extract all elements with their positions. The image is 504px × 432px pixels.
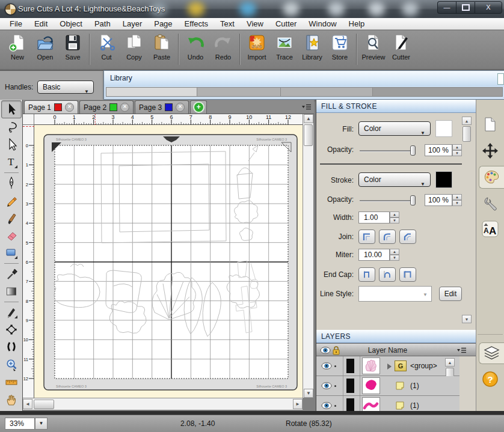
vertical-scroll-thumb[interactable] — [304, 124, 313, 146]
brush-tool[interactable] — [2, 210, 21, 227]
tab-page-3[interactable]: Page 3 ✕ — [135, 100, 189, 114]
save-button[interactable]: Save — [59, 34, 87, 61]
maximize-button[interactable] — [456, 1, 475, 14]
layer-visibility-icon[interactable] — [321, 382, 332, 389]
eraser-tool[interactable] — [2, 227, 21, 244]
stepper-down-icon[interactable]: ▼ — [390, 255, 399, 261]
stroke-opacity-slider-handle[interactable] — [410, 195, 416, 205]
fill-opacity-stepper[interactable]: ▲▼ — [452, 144, 462, 156]
menu-cutter[interactable]: Cutter — [269, 19, 303, 28]
scroll-down-icon[interactable]: ▼ — [304, 389, 313, 398]
stroke-opacity-slider[interactable] — [360, 200, 415, 202]
preview-button[interactable]: Preview — [360, 34, 387, 61]
fill-opacity-value[interactable]: 100 % — [425, 144, 452, 156]
close-button[interactable]: X — [475, 1, 502, 14]
library-button[interactable]: Library — [298, 34, 326, 61]
knife-tool[interactable] — [2, 304, 21, 321]
stepper-down-icon[interactable]: ▼ — [390, 218, 399, 224]
eyedropper-tool[interactable] — [2, 266, 21, 282]
library-toolbar-segment[interactable] — [280, 88, 373, 96]
cap-square-button[interactable] — [399, 267, 416, 282]
tab-position-size[interactable] — [480, 141, 500, 161]
page-color-swatch[interactable] — [109, 103, 117, 111]
line-style-dropdown[interactable]: ▼ — [358, 286, 432, 302]
horizontal-scroll-thumb[interactable] — [34, 400, 54, 409]
vertical-scrollbar[interactable]: ▲ ▼ — [303, 114, 313, 398]
tab-fill-stroke[interactable] — [479, 166, 504, 189]
pan-tool[interactable] — [2, 391, 21, 408]
layers-scroll-up-icon[interactable]: ▲ — [445, 358, 455, 367]
menu-layer[interactable]: Layer — [117, 19, 149, 28]
layer-color-bar[interactable] — [346, 379, 354, 393]
stroke-type-dropdown[interactable]: Color▼ — [358, 172, 431, 187]
menu-page[interactable]: Page — [148, 19, 178, 28]
join-miter-button[interactable] — [358, 230, 375, 244]
handles-dropdown[interactable]: Basic▼ — [37, 81, 94, 94]
fill-color-swatch[interactable] — [435, 120, 452, 137]
join-round-button[interactable] — [379, 230, 396, 244]
miter-stepper[interactable]: ▲▼ — [390, 249, 399, 261]
layer-lock-dot[interactable] — [334, 405, 336, 407]
minimize-button[interactable]: — — [437, 1, 456, 14]
cap-round-button[interactable] — [379, 267, 396, 282]
bracket-tool[interactable] — [2, 339, 21, 356]
page-color-swatch[interactable] — [165, 103, 173, 111]
layer-name[interactable]: (1) — [410, 401, 419, 410]
panel-scroll-down-icon[interactable]: ▼ — [462, 315, 472, 323]
layers-header[interactable]: LAYERS — [316, 330, 476, 343]
design-canvas[interactable]: Silhouette CAMEO 3 Silhouette CAMEO 3 Si… — [34, 125, 303, 398]
layer-lock-dot[interactable] — [334, 385, 336, 387]
pencil-tool[interactable] — [2, 192, 21, 209]
library-window-title[interactable]: Library — [104, 71, 504, 87]
layer-color-bar[interactable] — [346, 359, 354, 373]
title-bar[interactable]: Sure Cuts A Lot 4: Lighthouse&BeachToys … — [0, 0, 504, 18]
import-button[interactable]: SVG Import — [243, 34, 271, 61]
scroll-right-icon[interactable]: ► — [293, 399, 303, 409]
pen-tool[interactable] — [2, 175, 21, 192]
trace-button[interactable]: Trace — [271, 34, 298, 61]
tab-page-2[interactable]: Page 2 ✕ — [79, 100, 134, 114]
layer-thumbnail[interactable] — [362, 377, 380, 394]
library-window[interactable]: Library — [103, 70, 504, 100]
menu-effects[interactable]: Effects — [179, 19, 215, 28]
lasso-tool[interactable] — [2, 119, 21, 136]
menu-text[interactable]: Text — [214, 19, 241, 28]
tab-layers[interactable] — [479, 342, 504, 364]
undo-button[interactable]: Undo — [182, 34, 209, 61]
tab-menu-icon[interactable] — [302, 104, 311, 111]
scroll-up-icon[interactable]: ▲ — [304, 114, 313, 123]
tab-page-1[interactable]: Page 1 ✕ — [24, 100, 78, 114]
help-button[interactable]: ? — [480, 369, 500, 389]
layer-name[interactable]: <group> — [410, 362, 437, 370]
join-bevel-button[interactable] — [399, 230, 416, 244]
menu-window[interactable]: Window — [303, 19, 342, 28]
close-tab-icon[interactable]: ✕ — [176, 103, 185, 112]
stroke-width-value[interactable]: 1.00 — [358, 211, 390, 224]
fill-opacity-slider[interactable] — [360, 150, 415, 152]
expand-arrow-icon[interactable] — [387, 363, 392, 370]
stepper-up-icon[interactable]: ▲ — [390, 211, 399, 218]
close-tab-icon[interactable]: ✕ — [65, 103, 74, 112]
line-style-edit-button[interactable]: Edit — [439, 287, 462, 301]
library-scroll-stub[interactable] — [497, 73, 504, 85]
layer-row-shape[interactable]: (1) — [316, 376, 459, 396]
tab-advanced-settings[interactable] — [480, 193, 500, 214]
stepper-up-icon[interactable]: ▲ — [452, 144, 462, 150]
gradient-tool[interactable] — [2, 283, 21, 300]
scroll-left-icon[interactable]: ◄ — [23, 399, 32, 409]
page-color-swatch[interactable] — [54, 103, 62, 111]
paste-button[interactable]: Paste — [148, 34, 176, 61]
zoom-tool[interactable] — [2, 356, 21, 373]
miter-value[interactable]: 10.00 — [358, 249, 390, 261]
select-tool[interactable] — [1, 100, 22, 118]
new-button[interactable]: New — [4, 34, 31, 61]
fill-opacity-slider-handle[interactable] — [410, 145, 416, 156]
copy-button[interactable]: Copy — [120, 34, 148, 61]
cutter-button[interactable]: Cutter — [387, 34, 415, 61]
cap-butt-button[interactable] — [358, 267, 375, 282]
stroke-width-stepper[interactable]: ▲▼ — [390, 211, 399, 224]
shape-tool[interactable] — [2, 245, 21, 261]
layer-lock-dot[interactable] — [334, 365, 336, 367]
close-tab-icon[interactable]: ✕ — [120, 103, 129, 112]
stroke-opacity-stepper[interactable]: ▲▼ — [452, 194, 462, 206]
